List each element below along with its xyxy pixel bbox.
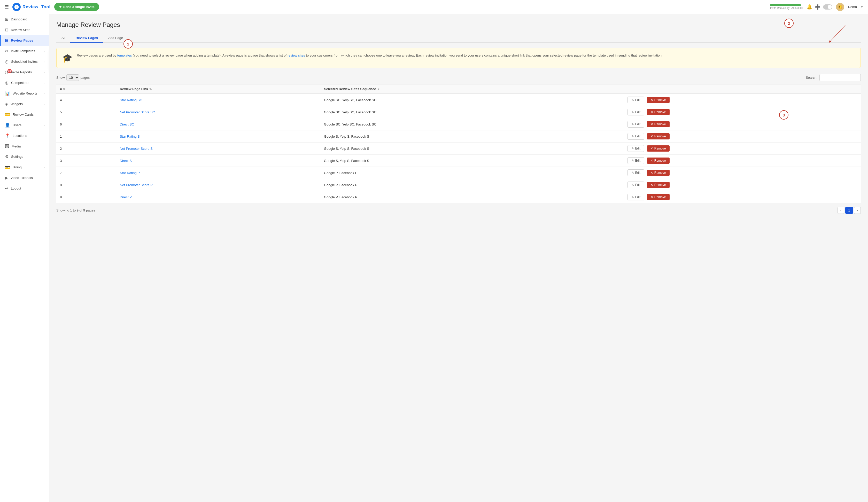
send-invite-button[interactable]: ✈ Send a single invite	[54, 3, 99, 11]
prev-page-button[interactable]: ‹	[838, 207, 844, 214]
sidebar-item-settings[interactable]: ⚙ Settings	[0, 151, 49, 162]
demo-label[interactable]: Demo	[848, 5, 857, 9]
review-page-link[interactable]: Net Promoter Score S	[120, 147, 153, 150]
cell-actions: ✎ Edit ✕ Remove	[624, 167, 861, 179]
cell-link: Direct P	[116, 191, 320, 203]
remove-button[interactable]: ✕ Remove	[647, 133, 670, 139]
sidebar-label-widgets: Widgets	[11, 102, 23, 106]
tabs: All Review Pages Add Page	[56, 34, 861, 43]
demo-chevron-icon[interactable]: ▼	[860, 6, 863, 9]
remove-icon: ✕	[650, 195, 653, 199]
table-row: 8 Net Promoter Score P Google P, Faceboo…	[56, 179, 861, 191]
remove-button[interactable]: ✕ Remove	[647, 158, 670, 164]
edit-button[interactable]: ✎ Edit	[628, 133, 644, 140]
sidebar-label-locations: Locations	[13, 134, 27, 138]
templates-link[interactable]: templates	[117, 53, 132, 57]
show-label: Show	[56, 76, 65, 80]
sidebar-item-scheduled-invites[interactable]: ◷ Scheduled Invites ›	[0, 56, 49, 67]
sidebar-label-dashboard: Dashboard	[11, 17, 28, 21]
pagination: ‹ 1 ›	[838, 207, 861, 214]
plus-icon[interactable]: ➕	[815, 4, 820, 10]
widgets-icon: ◈	[5, 102, 8, 106]
edit-button[interactable]: ✎ Edit	[628, 96, 644, 103]
sidebar-item-locations[interactable]: 📍 Locations	[0, 130, 49, 141]
sort-icon-link: ⇅	[149, 87, 152, 91]
pagination-section: Showing 1 to 9 of 9 pages ‹ 1 ›	[56, 207, 861, 214]
table-row: 5 Net Promoter Score SC Google SC, Yelp …	[56, 106, 861, 118]
cell-link: Star Rating S	[116, 130, 320, 143]
sort-icon-num: ⇅	[63, 87, 65, 91]
review-page-link[interactable]: Net Promoter Score SC	[120, 110, 155, 114]
remove-button[interactable]: ✕ Remove	[647, 97, 670, 103]
edit-label: Edit	[635, 123, 641, 126]
main-content: Manage Review Pages All Review Pages Add…	[49, 14, 868, 221]
sidebar-item-review-pages[interactable]: ⊟ Review Pages Add Review Page Manage Re…	[0, 35, 49, 46]
search-input[interactable]	[819, 74, 861, 81]
remove-button[interactable]: ✕ Remove	[647, 145, 670, 151]
table-row: 4 Star Rating SC Google SC, Yelp SC, Fac…	[56, 94, 861, 106]
edit-label: Edit	[635, 147, 641, 150]
tab-review-pages[interactable]: Review Pages	[70, 34, 103, 43]
logout-icon: ↩	[5, 186, 8, 191]
edit-button[interactable]: ✎ Edit	[628, 194, 644, 200]
edit-button[interactable]: ✎ Edit	[628, 169, 644, 176]
invite-reports-badge: 20	[8, 69, 12, 73]
table-row: 1 Star Rating S Google S, Yelp S, Facebo…	[56, 130, 861, 143]
review-sites-link[interactable]: review sites	[288, 53, 305, 57]
sidebar-item-dashboard[interactable]: ⊞ Dashboard	[0, 14, 49, 24]
hamburger-icon[interactable]: ☰	[5, 4, 9, 10]
sidebar-item-review-sites[interactable]: ⊟ Review Sites	[0, 24, 49, 35]
sidebar-item-logout[interactable]: ↩ Logout	[0, 183, 49, 194]
bell-icon[interactable]: 🔔	[807, 4, 812, 10]
review-page-link[interactable]: Direct S	[120, 159, 132, 163]
edit-button[interactable]: ✎ Edit	[628, 181, 644, 188]
page-1-button[interactable]: 1	[845, 207, 853, 214]
remove-icon: ✕	[650, 110, 653, 114]
remove-label: Remove	[654, 159, 666, 163]
cell-sequence: Google S, Yelp S, Facebook S	[320, 143, 623, 155]
sidebar-item-competitors[interactable]: ◎ Competitors ›	[0, 77, 49, 88]
review-page-link[interactable]: Direct P	[120, 195, 132, 199]
star-toggle[interactable]	[823, 4, 832, 10]
sidebar-item-users[interactable]: 👤 Users ›	[0, 120, 49, 130]
sidebar-item-review-cards[interactable]: 💳 Review Cards	[0, 109, 49, 120]
sidebar-label-website-reports: Website Reports	[13, 92, 38, 95]
avatar[interactable]: 😊	[836, 3, 844, 11]
edit-button[interactable]: ✎ Edit	[628, 109, 644, 115]
next-page-button[interactable]: ›	[854, 207, 861, 214]
edit-icon: ✎	[631, 171, 634, 175]
edit-button[interactable]: ✎ Edit	[628, 157, 644, 164]
search-box: Search:	[806, 74, 861, 81]
sidebar-item-website-reports[interactable]: 📊 Website Reports ›	[0, 88, 49, 98]
show-select[interactable]: 10 25 50	[66, 74, 79, 81]
show-pages: Show 10 25 50 pages	[56, 74, 90, 81]
remove-button[interactable]: ✕ Remove	[647, 182, 670, 188]
invite-progress-bar	[770, 4, 801, 6]
cell-num: 1	[56, 130, 116, 143]
cell-sequence: Google P, Facebook P	[320, 191, 623, 203]
sidebar-item-billing[interactable]: 💳 Billing ›	[0, 162, 49, 172]
review-page-link[interactable]: Net Promoter Score P	[120, 183, 153, 187]
remove-button[interactable]: ✕ Remove	[647, 170, 670, 176]
tab-all[interactable]: All	[56, 34, 70, 43]
sidebar-item-invite-reports[interactable]: ◔ 20 Invite Reports ›	[0, 67, 49, 77]
review-page-link[interactable]: Star Rating SC	[120, 98, 142, 102]
remove-icon: ✕	[650, 183, 653, 187]
cell-link: Star Rating SC	[116, 94, 320, 106]
remove-button[interactable]: ✕ Remove	[647, 121, 670, 127]
invite-progress-fill	[770, 4, 801, 6]
remove-button[interactable]: ✕ Remove	[647, 194, 670, 200]
sidebar-item-invite-templates[interactable]: ✉ Invite Templates ›	[0, 46, 49, 56]
cell-sequence: Google S, Yelp S, Facebook S	[320, 155, 623, 167]
sidebar-item-media[interactable]: 🖼 Media	[0, 141, 49, 151]
sidebar-item-widgets[interactable]: ◈ Widgets ›	[0, 98, 49, 109]
review-page-link[interactable]: Star Rating S	[120, 135, 140, 138]
remove-button[interactable]: ✕ Remove	[647, 109, 670, 115]
sidebar-item-video-tutorials[interactable]: ▶ Video Tutorials	[0, 172, 49, 183]
review-page-link[interactable]: Star Rating P	[120, 171, 140, 175]
edit-button[interactable]: ✎ Edit	[628, 145, 644, 152]
review-page-link[interactable]: Direct SC	[120, 123, 134, 126]
cell-num: 4	[56, 94, 116, 106]
edit-button[interactable]: ✎ Edit	[628, 121, 644, 127]
tab-add-page[interactable]: Add Page	[103, 34, 128, 43]
